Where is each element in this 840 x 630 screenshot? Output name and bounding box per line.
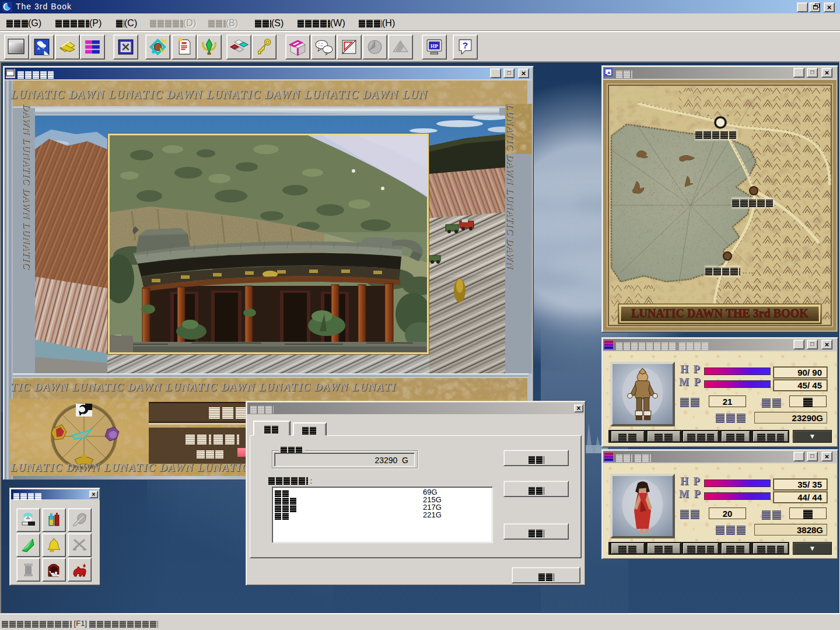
svg-text:LUNATIC DAWN THE 3rd BOOK: LUNATIC DAWN THE 3rd BOOK [631,307,808,320]
svg-text:?: ? [463,40,468,50]
svg-text:HP: HP [430,43,438,49]
